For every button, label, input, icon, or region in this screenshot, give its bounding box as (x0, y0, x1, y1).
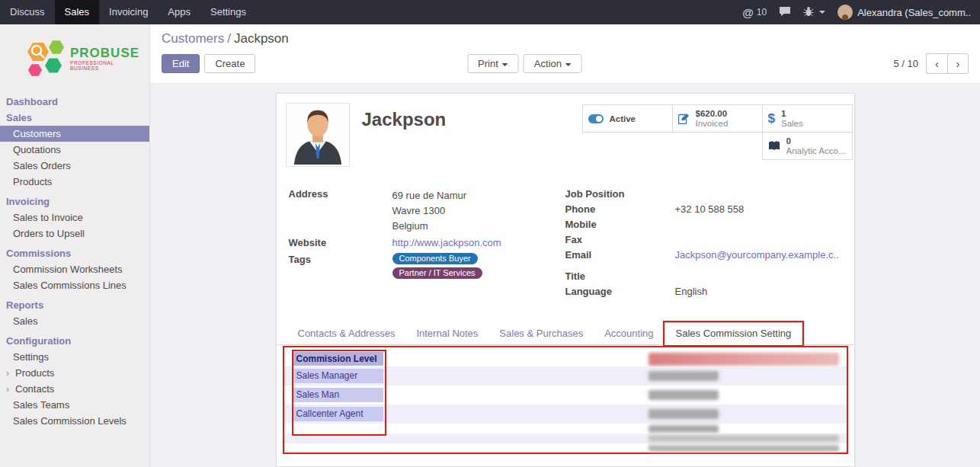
table-header-row: Commission Level (284, 351, 847, 366)
tag-components-buyer[interactable]: Components Buyer (392, 253, 478, 264)
logo-title: PROBUSE (70, 46, 143, 60)
commission-level-cell[interactable]: Sales Manager (293, 369, 383, 383)
debug-menu-button[interactable] (803, 6, 825, 19)
mobile-label: Mobile (565, 219, 675, 231)
redacted-header-value (649, 353, 839, 366)
logo-subtitle: PROFESSIONAL BUSINESS (70, 60, 143, 71)
sidebar-item-sales-orders[interactable]: Sales Orders (0, 158, 149, 174)
pager-previous-button[interactable]: ‹ (926, 53, 947, 74)
tag-partner-it-services[interactable]: Partner / IT Services (392, 267, 482, 279)
pager-counter: 5 / 10 (893, 58, 918, 69)
analytic-accounts-stat-button[interactable]: 0 Analytic Acco... (762, 132, 853, 160)
phone-label: Phone (565, 203, 675, 216)
probuse-logo-icon (23, 35, 66, 82)
address-label: Address (289, 188, 392, 234)
sidebar-item-sales-commissions-lines[interactable]: Sales Commissions Lines (0, 277, 149, 293)
language-value[interactable]: English (675, 286, 708, 298)
messages-button[interactable] (779, 6, 791, 19)
active-label: Active (610, 114, 636, 123)
sidebar-item-settings[interactable]: Settings (0, 349, 149, 365)
sidebar-item-reports-sales[interactable]: Sales (0, 313, 149, 329)
logo-text: PROBUSE PROFESSIONAL BUSINESS (70, 46, 143, 71)
sidebar-heading-commissions[interactable]: Commissions (0, 245, 149, 261)
language-field: Language English (565, 286, 842, 298)
address-field: Address 69 rue de Namur Wavre 1300 Belgi… (289, 188, 565, 234)
active-toggle-button[interactable]: Active (582, 104, 673, 133)
breadcrumb-separator: / (227, 31, 231, 46)
sidebar-item-sales-teams[interactable]: Sales Teams (0, 397, 149, 413)
sidebar-heading-sales[interactable]: Sales (0, 110, 149, 126)
mentions-counter[interactable]: @ 10 (742, 6, 767, 19)
dollar-icon: $ (768, 111, 775, 126)
tab-contacts-addresses[interactable]: Contacts & Addresses (287, 323, 406, 344)
sidebar-heading-dashboard[interactable]: Dashboard (0, 94, 149, 110)
address-country: Belgium (392, 219, 467, 234)
top-navbar: Discuss Sales Invoicing Apps Settings @ … (0, 0, 980, 24)
sidebar-item-label: Contacts (15, 383, 54, 395)
table-row[interactable]: Sales Man (284, 385, 847, 405)
content-area: Jackpson Active $620.00 (150, 84, 980, 467)
commission-level-cell[interactable]: Sales Man (293, 388, 383, 402)
phone-value[interactable]: +32 10 588 558 (675, 203, 745, 216)
sidebar-item-sales-to-invoice[interactable]: Sales to Invoice (0, 210, 149, 226)
table-row (284, 424, 847, 433)
mobile-field: Mobile (565, 219, 842, 231)
app-logo[interactable]: PROBUSE PROFESSIONAL BUSINESS (0, 24, 149, 90)
print-dropdown-button[interactable]: Print (467, 54, 519, 73)
print-label: Print (478, 58, 498, 69)
tags-label: Tags (289, 254, 392, 279)
action-dropdown-button[interactable]: Action (524, 54, 582, 73)
redacted-value (649, 371, 719, 381)
address-value[interactable]: 69 rue de Namur Wavre 1300 Belgium (392, 188, 467, 234)
sidebar-nav: Dashboard Sales Customers Quotations Sal… (0, 94, 149, 429)
menu-sales[interactable]: Sales (55, 0, 100, 24)
sidebar-item-config-products[interactable]: › Products (0, 365, 149, 381)
redacted-value (649, 409, 719, 419)
sidebar-item-label: Products (15, 367, 54, 379)
create-button[interactable]: Create (204, 54, 255, 73)
breadcrumb-customers-link[interactable]: Customers (162, 31, 224, 46)
page-title: Jackpson (362, 109, 447, 167)
sidebar-item-commission-worksheets[interactable]: Commission Worksheets (0, 261, 149, 277)
email-label: Email (565, 249, 675, 261)
tags-field: Tags Components Buyer Partner / IT Servi… (289, 254, 565, 279)
edit-button[interactable]: Edit (162, 54, 200, 73)
menu-discuss[interactable]: Discuss (0, 0, 55, 24)
commission-level-column-header[interactable]: Commission Level (293, 352, 383, 366)
notebook-tabs: Contacts & Addresses Internal Notes Sale… (277, 322, 854, 345)
sidebar-item-products[interactable]: Products (0, 174, 149, 190)
table-row[interactable]: Sales Manager (284, 366, 847, 385)
sales-stat-button[interactable]: $ 1 Sales (762, 104, 853, 133)
sidebar-item-quotations[interactable]: Quotations (0, 142, 149, 158)
menu-invoicing[interactable]: Invoicing (99, 0, 158, 24)
chat-bubble-icon (779, 6, 791, 19)
tab-accounting[interactable]: Accounting (594, 323, 664, 344)
sidebar-heading-invoicing[interactable]: Invoicing (0, 194, 149, 210)
sidebar-item-customers[interactable]: Customers (0, 126, 149, 142)
invoiced-value: $620.00 (696, 109, 729, 119)
commission-level-cell[interactable]: Callcenter Agent (293, 407, 383, 421)
sidebar-heading-configuration[interactable]: Configuration (0, 333, 149, 349)
job-position-label: Job Position (565, 188, 675, 200)
website-link[interactable]: http://www.jackpson.com (392, 237, 501, 249)
customer-photo[interactable] (286, 103, 350, 167)
table-row[interactable]: Callcenter Agent (284, 405, 847, 424)
chevron-down-icon (819, 11, 825, 14)
caret-down-icon (565, 63, 572, 66)
pager-next-button[interactable]: › (947, 53, 969, 74)
tab-internal-notes[interactable]: Internal Notes (405, 323, 488, 344)
sidebar-heading-reports[interactable]: Reports (0, 297, 149, 313)
menu-apps[interactable]: Apps (158, 0, 200, 24)
menu-settings[interactable]: Settings (200, 0, 256, 24)
sidebar-item-config-contacts[interactable]: › Contacts (0, 381, 149, 397)
website-label: Website (289, 237, 392, 249)
invoiced-stat-button[interactable]: $620.00 Invoiced (672, 104, 763, 133)
email-link[interactable]: Jackpson@yourcompany.example.c.. (675, 249, 839, 261)
tab-sales-purchases[interactable]: Sales & Purchases (488, 323, 594, 344)
sidebar-item-sales-commission-levels[interactable]: Sales Commission Levels (0, 413, 149, 429)
sidebar: PROBUSE PROFESSIONAL BUSINESS Dashboard … (0, 24, 150, 467)
sidebar-item-orders-to-upsell[interactable]: Orders to Upsell (0, 226, 149, 241)
user-menu[interactable]: Alexandra (Sales_comm.. (837, 5, 971, 20)
analytic-label: Analytic Acco... (786, 146, 846, 156)
tab-sales-commission-setting[interactable]: Sales Commission Setting (665, 322, 803, 345)
